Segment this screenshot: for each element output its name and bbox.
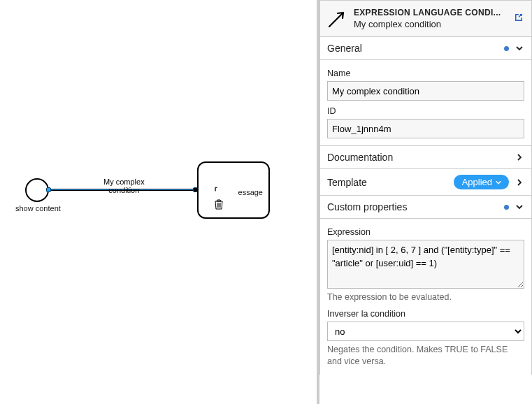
section-documentation-title: Documentation bbox=[327, 152, 509, 163]
diagram-canvas[interactable]: show content My complex condition ⸢ essa… bbox=[0, 0, 317, 404]
start-event-label: show content bbox=[15, 204, 61, 212]
section-template-head[interactable]: Template Applied bbox=[319, 169, 532, 196]
chevron-right-icon bbox=[515, 178, 524, 187]
panel-title: EXPRESSION LANGUAGE CONDI... bbox=[354, 8, 506, 17]
negate-help: Negates the condition. Makes TRUE to FAL… bbox=[327, 344, 524, 368]
panel-header: EXPRESSION LANGUAGE CONDI... My complex … bbox=[319, 0, 532, 37]
expression-help: The expression to be evaluated. bbox=[327, 291, 524, 303]
task-node-label: essage bbox=[238, 188, 263, 196]
chevron-down-icon bbox=[515, 43, 524, 53]
id-label: ID bbox=[327, 106, 524, 116]
section-general-head[interactable]: General bbox=[319, 37, 532, 60]
modified-dot-icon bbox=[504, 205, 509, 210]
expression-input[interactable]: [entity:nid] in [ 2, 6, 7 ] and ("[entit… bbox=[327, 240, 524, 289]
id-input[interactable] bbox=[327, 119, 524, 138]
negate-label: Inverser la condition bbox=[327, 309, 524, 319]
chevron-down-icon bbox=[495, 179, 502, 186]
template-applied-badge[interactable]: Applied bbox=[454, 175, 509, 189]
flow-label-line1: My complex bbox=[103, 178, 145, 186]
section-custom-title: Custom properties bbox=[327, 201, 498, 212]
name-input[interactable] bbox=[327, 81, 524, 101]
negate-select[interactable]: no bbox=[327, 322, 524, 341]
open-external-icon[interactable] bbox=[513, 12, 524, 25]
chevron-right-icon bbox=[515, 152, 524, 162]
panel-subtitle: My complex condition bbox=[354, 19, 506, 29]
chevron-down-icon bbox=[515, 202, 524, 212]
text-annotation-icon: ⸢ bbox=[214, 185, 218, 199]
section-custom-head[interactable]: Custom properties bbox=[319, 196, 532, 219]
section-custom-body: Expression [entity:nid] in [ 2, 6, 7 ] a… bbox=[319, 219, 532, 375]
section-documentation-head[interactable]: Documentation bbox=[319, 146, 532, 169]
section-general-title: General bbox=[327, 43, 498, 54]
modified-dot-icon bbox=[504, 46, 509, 51]
trash-icon[interactable] bbox=[214, 199, 224, 212]
task-node[interactable]: ⸢ essage bbox=[197, 161, 270, 219]
section-template-title: Template bbox=[327, 177, 448, 188]
start-event-node[interactable] bbox=[25, 178, 49, 202]
arrow-icon bbox=[327, 9, 347, 29]
properties-panel: EXPRESSION LANGUAGE CONDI... My complex … bbox=[317, 0, 532, 404]
section-general-body: Name ID bbox=[319, 60, 532, 146]
flow-label-line2: condition bbox=[103, 186, 145, 194]
expression-label: Expression bbox=[327, 227, 524, 237]
badge-label: Applied bbox=[462, 177, 492, 187]
flow-source-dot[interactable] bbox=[46, 187, 51, 192]
name-label: Name bbox=[327, 68, 524, 78]
